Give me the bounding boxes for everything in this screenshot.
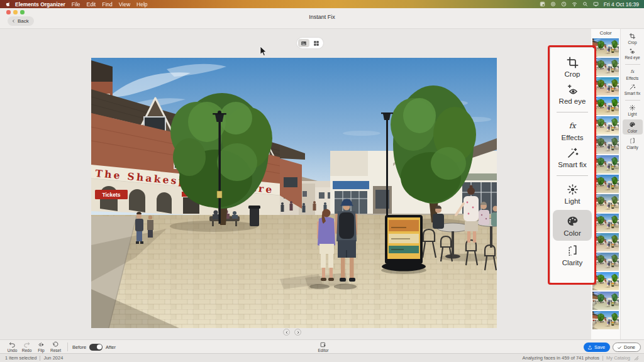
- callout-tool-smart-fix[interactable]: Smart fix: [553, 146, 592, 168]
- flip-icon: [38, 341, 45, 348]
- thumbnail-variant[interactable]: [592, 214, 619, 232]
- tool-sidebar: Crop Red eye fx Effects Smart fix Light: [620, 28, 644, 339]
- sun-icon: [566, 183, 579, 196]
- thumbnail-variant[interactable]: [592, 97, 619, 115]
- screen-record-icon[interactable]: [550, 1, 556, 7]
- date-status: Jun 2024: [43, 355, 63, 361]
- editor-icon: [319, 341, 326, 348]
- photo-canvas[interactable]: [91, 58, 497, 328]
- thumbnail-variant[interactable]: [592, 58, 619, 76]
- menu-file[interactable]: File: [72, 1, 80, 8]
- before-label: Before: [72, 344, 86, 350]
- before-after-toggle[interactable]: [89, 344, 103, 351]
- divider: [602, 356, 603, 361]
- analyzing-status: Analyzing faces in 459 of 741 photos: [522, 355, 599, 361]
- menu-find[interactable]: Find: [102, 1, 113, 8]
- thumbnail-variant[interactable]: [592, 136, 619, 154]
- divider: [557, 175, 588, 176]
- grid-view-button[interactable]: [311, 39, 322, 47]
- tool-label: Clarity: [562, 259, 583, 266]
- thumbnail-variant[interactable]: [592, 155, 619, 173]
- clock-icon[interactable]: [561, 1, 567, 7]
- save-button[interactable]: Save: [584, 343, 610, 352]
- thumbnail-variant[interactable]: [592, 253, 619, 271]
- single-view-button[interactable]: [298, 39, 309, 47]
- reset-icon: [52, 341, 59, 348]
- mouse-cursor: [260, 47, 267, 57]
- divider: [625, 100, 640, 101]
- tool-label: Crop: [565, 70, 580, 78]
- sidebar-tool-effects[interactable]: fx Effects: [623, 69, 643, 80]
- divider: [67, 343, 68, 351]
- prev-photo-button[interactable]: [283, 329, 290, 336]
- resize-grip: [634, 356, 639, 361]
- selection-status: 1 item selected: [5, 355, 36, 361]
- tool-label: Effects: [626, 76, 639, 80]
- menu-edit[interactable]: Edit: [87, 1, 96, 8]
- right-rail: Color Crop: [591, 28, 644, 339]
- tool-label: Effects: [562, 134, 584, 141]
- sidebar-tool-crop[interactable]: Crop: [623, 33, 643, 45]
- thumbnail-variant[interactable]: [592, 175, 619, 193]
- thumbnail-list: [592, 38, 619, 329]
- sidebar-tool-smart-fix[interactable]: Smart fix: [623, 84, 643, 96]
- thumbnail-variant[interactable]: [592, 311, 619, 329]
- control-center-icon[interactable]: [593, 1, 599, 7]
- photo-navigation: [283, 329, 301, 336]
- tool-label: Clarity: [626, 145, 638, 150]
- app-menu-title[interactable]: Elements Organizer: [15, 1, 65, 8]
- chevron-left-icon: [285, 331, 289, 334]
- reset-button[interactable]: Reset: [48, 341, 63, 353]
- thumbnail-variant[interactable]: [592, 272, 619, 290]
- thumbnail-variant[interactable]: [592, 292, 619, 310]
- callout-tool-red-eye[interactable]: Red eye: [553, 83, 592, 105]
- next-photo-button[interactable]: [294, 329, 301, 336]
- sidebar-tool-clarity[interactable]: Clarity: [623, 138, 643, 150]
- callout-tool-color[interactable]: Color: [553, 210, 592, 241]
- tool-label: Crop: [628, 40, 636, 45]
- undo-icon: [9, 341, 16, 348]
- callout-tool-light[interactable]: Light: [553, 183, 592, 205]
- red-eye-icon: [566, 83, 579, 96]
- toggle-knob: [97, 344, 102, 349]
- menu-clock[interactable]: Fri 4 Oct 16:39: [604, 1, 639, 8]
- spotlight-icon[interactable]: [582, 1, 588, 7]
- apple-menu[interactable]: [6, 1, 11, 7]
- tool-label: Smart fix: [625, 91, 641, 96]
- sidebar-tool-color[interactable]: Color: [623, 119, 643, 134]
- divider: [557, 112, 588, 112]
- thumbnail-variant[interactable]: [592, 77, 619, 96]
- done-button[interactable]: Done: [613, 343, 641, 352]
- sidebar-tool-light[interactable]: Light: [623, 104, 643, 116]
- callout-tool-crop[interactable]: Crop: [553, 56, 592, 78]
- menu-view[interactable]: View: [119, 1, 130, 8]
- clarity-icon: [629, 138, 636, 145]
- callout-tool-clarity[interactable]: Clarity: [553, 244, 592, 266]
- callout-tool-effects[interactable]: fx Effects: [553, 119, 592, 141]
- editor-button[interactable]: Editor: [318, 341, 329, 353]
- thumbnail-variant[interactable]: [592, 38, 619, 57]
- tool-label: Color: [564, 229, 580, 237]
- grid-icon: [313, 40, 319, 47]
- palette-icon: [629, 121, 636, 128]
- flip-button[interactable]: Flip: [34, 341, 48, 353]
- wifi-icon[interactable]: [572, 1, 577, 7]
- page-title: Instant Fix: [0, 14, 644, 20]
- sidebar-tool-red-eye[interactable]: Red eye: [623, 48, 643, 60]
- thumbnail-variant[interactable]: [592, 116, 619, 134]
- menu-help[interactable]: Help: [136, 1, 147, 8]
- undo-button[interactable]: Undo: [5, 341, 19, 353]
- bottom-toolbar: Undo Redo Flip Reset Before After Editor: [0, 339, 644, 354]
- thumbnail-variant[interactable]: [592, 233, 619, 251]
- check-icon: [617, 345, 622, 350]
- thumbnail-variant[interactable]: [592, 194, 619, 212]
- stage-manager-icon[interactable]: [540, 1, 545, 7]
- window-toolbar: Back Instant Fix: [0, 8, 644, 29]
- redo-button[interactable]: Redo: [19, 341, 34, 353]
- after-label: After: [106, 344, 116, 350]
- redo-icon: [23, 341, 30, 348]
- tool-label: Smart fix: [558, 161, 586, 168]
- tool-label: Light: [565, 197, 580, 205]
- tool-label: Color: [628, 129, 638, 133]
- tool-panel-callout: Crop Red eye fx Effects Smart fix Light …: [550, 48, 594, 283]
